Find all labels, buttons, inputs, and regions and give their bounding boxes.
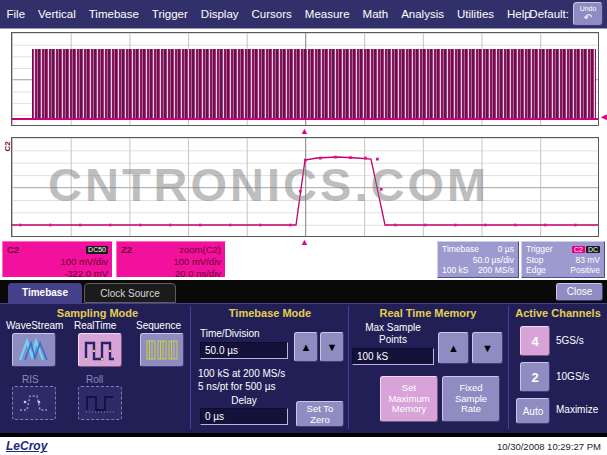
active-channels-header: Active Channels — [512, 307, 604, 319]
channels-2-label: 10GS/s — [556, 371, 589, 382]
max-sample-points-label: Max Sample Points — [352, 322, 434, 345]
sequence-icon — [145, 337, 179, 363]
menu-analysis[interactable]: Analysis — [395, 8, 451, 20]
z2-name: Z2 — [121, 244, 132, 256]
fixed-sample-rate-button[interactable]: Fixed Sample Rate — [442, 376, 500, 422]
lecroy-logo: LeCroy — [6, 439, 47, 453]
wavestream-label: WaveStream — [6, 320, 63, 331]
section-divider — [190, 306, 191, 429]
realtime-icon — [83, 337, 117, 363]
sequence-label: Sequence — [136, 320, 181, 331]
grid-zoom-z2[interactable] — [11, 137, 599, 237]
timebase-delay: 0 µs — [498, 244, 514, 255]
dialog-tab-strip: Timebase Clock Source Close — [0, 280, 607, 303]
realtime-button[interactable] — [78, 333, 122, 367]
trigger-mode: Stop — [526, 255, 544, 266]
undo-button[interactable]: Undo ↶ — [573, 2, 603, 26]
menu-measure[interactable]: Measure — [298, 8, 356, 20]
timebase-samples: 100 kS — [442, 265, 468, 276]
section-divider — [348, 306, 349, 429]
datetime-display: 10/30/2008 10:29:27 PM — [497, 441, 601, 452]
menu-math[interactable]: Math — [356, 8, 395, 20]
timebase-mode-header: Timebase Mode — [195, 307, 345, 319]
up-arrow-icon: ▲ — [301, 341, 312, 353]
trigger-position-marker-top[interactable]: ▲ — [300, 127, 309, 136]
menu-utilities[interactable]: Utilities — [450, 8, 500, 20]
trigger-level: 83 mV — [575, 255, 600, 266]
menu-display[interactable]: Display — [194, 8, 245, 20]
roll-button[interactable] — [78, 386, 122, 420]
trigger-summary-box[interactable]: Trigger C2DC Stop 83 mV Edge Positive — [521, 241, 605, 278]
dialog-body: Sampling Mode WaveStream RealTime Sequen… — [0, 303, 607, 433]
down-arrow-icon: ▼ — [482, 342, 493, 354]
tdiv-down-button[interactable]: ▼ — [320, 332, 344, 362]
z2-tdiv: 20.0 ns/div — [121, 268, 221, 280]
z2-descriptor-box[interactable]: Z2 zoom(C2) 100 mV/div 20.0 ns/div — [116, 241, 226, 278]
oscilloscope-screen: File Vertical Timebase Trigger Display C… — [0, 0, 607, 455]
roll-icon — [83, 390, 117, 416]
status-footer: LeCroy 10/30/2008 10:29:27 PM — [0, 437, 607, 455]
wavestream-button[interactable] — [12, 333, 56, 367]
c2-clock-trace — [32, 49, 596, 119]
c2-level-marker[interactable]: ◄ — [599, 112, 607, 122]
c2-baseline-trace — [12, 118, 598, 120]
memory-info-line1: 100 kS at 200 MS/s — [198, 368, 285, 379]
menu-trigger[interactable]: Trigger — [145, 8, 194, 20]
time-division-label: Time/Division — [200, 328, 260, 339]
menu-bar: File Vertical Timebase Trigger Display C… — [0, 0, 607, 29]
ris-button[interactable] — [12, 386, 56, 420]
tab-timebase[interactable]: Timebase — [8, 283, 82, 303]
trigger-slope: Positive — [570, 265, 600, 276]
memory-up-button[interactable]: ▲ — [438, 332, 469, 364]
close-button[interactable]: Close — [556, 283, 603, 301]
sequence-button[interactable] — [140, 333, 184, 367]
timebase-rate: 200 MS/s — [478, 265, 514, 276]
menu-vertical[interactable]: Vertical — [32, 8, 83, 20]
c2-coupling-badge: DC50 — [86, 246, 108, 255]
set-to-zero-button[interactable]: Set To Zero — [296, 401, 344, 427]
z2-pulse-trace — [12, 138, 598, 236]
real-time-memory-header: Real Time Memory — [352, 307, 504, 319]
max-sample-points-field[interactable]: 100 kS — [352, 348, 434, 365]
memory-info-line2: 5 ns/pt for 500 µs — [198, 381, 275, 392]
down-arrow-icon: ▼ — [327, 341, 338, 353]
delay-field[interactable]: 0 µs — [200, 408, 288, 425]
grid-channel-c2[interactable] — [11, 32, 599, 126]
c2-offset: -322.0 mV — [7, 268, 108, 280]
delay-label: Delay — [200, 395, 288, 406]
channels-auto-label: Maximize — [556, 404, 598, 415]
z2-source: zoom(C2) — [179, 244, 221, 256]
channels-4-button[interactable]: 4 — [520, 326, 550, 356]
section-divider — [508, 306, 509, 429]
tdiv-up-button[interactable]: ▲ — [294, 332, 318, 362]
ris-label: RIS — [22, 374, 39, 385]
undo-icon: ↶ — [574, 13, 602, 23]
channels-4-label: 5GS/s — [556, 335, 584, 346]
c2-vdiv: 100 mV/div — [7, 256, 108, 268]
trigger-position-marker-bottom[interactable]: ▲ — [300, 238, 309, 247]
menu-cursors[interactable]: Cursors — [245, 8, 298, 20]
sampling-mode-header: Sampling Mode — [10, 307, 185, 319]
memory-down-button[interactable]: ▼ — [472, 332, 503, 364]
channels-2-button[interactable]: 2 — [520, 362, 550, 392]
trigger-type: Edge — [526, 265, 546, 276]
timebase-tdiv: 50.0 µs/div — [442, 255, 514, 266]
time-division-field[interactable]: 50.0 µs — [200, 342, 288, 359]
roll-label: Roll — [86, 374, 103, 385]
timebase-title: Timebase — [442, 244, 479, 255]
timebase-dialog: Timebase Clock Source Close Sampling Mod… — [0, 280, 607, 437]
c2-axis-label: C2 — [3, 141, 12, 151]
timebase-summary-box[interactable]: Timebase 0 µs 50.0 µs/div 100 kS 200 MS/… — [437, 241, 519, 278]
ris-icon — [17, 390, 51, 416]
realtime-label: RealTime — [74, 320, 116, 331]
trigger-source-badge: C2 — [572, 246, 585, 253]
c2-descriptor-box[interactable]: C2 DC50 100 mV/div -322.0 mV — [2, 241, 113, 278]
c2-name: C2 — [7, 244, 19, 256]
trigger-title: Trigger — [526, 244, 553, 255]
tab-clock-source[interactable]: Clock Source — [84, 283, 176, 303]
trigger-coupling-badge: DC — [586, 246, 600, 253]
set-maximum-memory-button[interactable]: Set Maximum Memory — [380, 376, 438, 422]
menu-timebase[interactable]: Timebase — [82, 8, 145, 20]
channels-auto-button[interactable]: Auto — [516, 398, 550, 424]
menu-file[interactable]: File — [0, 8, 32, 20]
